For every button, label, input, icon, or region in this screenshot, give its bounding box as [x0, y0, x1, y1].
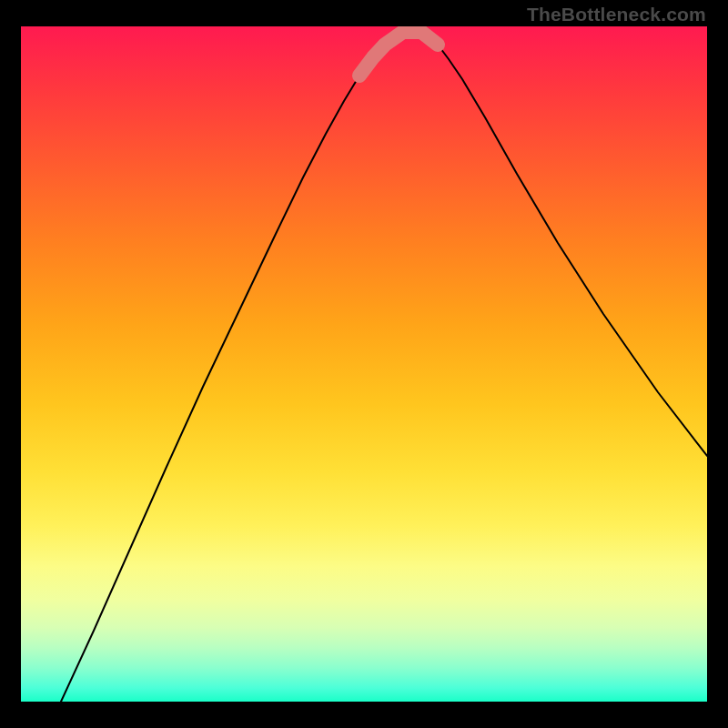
chart-frame: TheBottleneck.com [0, 0, 728, 728]
flat-highlight [359, 32, 438, 76]
chart-svg [21, 26, 707, 702]
attribution-label: TheBottleneck.com [527, 4, 706, 25]
plot-area [21, 26, 707, 702]
bottleneck-curve [61, 32, 707, 702]
